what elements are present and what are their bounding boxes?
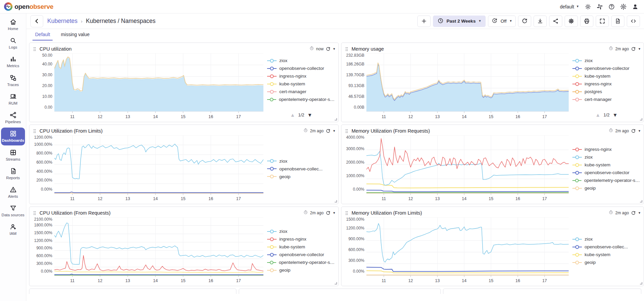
sidebar-item-metrics[interactable]: Metrics: [1, 53, 25, 71]
legend-next-button[interactable]: ▼: [613, 112, 618, 117]
legend-item[interactable]: kube-system: [572, 251, 641, 258]
legend-item[interactable]: opentelemetry-operator-sys...: [267, 95, 336, 103]
add-panel-button[interactable]: [417, 16, 431, 27]
panel-menu-caret[interactable]: ▼: [638, 212, 641, 215]
back-button[interactable]: [30, 15, 43, 27]
legend-item[interactable]: geoip: [572, 184, 641, 192]
panel-drag-handle[interactable]: [32, 47, 37, 52]
legend-item[interactable]: opentelemetry-operator-sys...: [572, 176, 641, 184]
legend-item[interactable]: ingress-nginx: [572, 80, 641, 88]
time-range-selector[interactable]: Past 2 Weeks ▼: [433, 16, 486, 27]
panel-drag-handle[interactable]: [32, 129, 37, 134]
tab-default[interactable]: Default: [30, 30, 55, 40]
chart-plot[interactable]: 11121314151617: [366, 217, 569, 284]
chart-canvas[interactable]: [366, 135, 569, 195]
legend-item[interactable]: openobserve-collector: [572, 64, 641, 72]
legend-item[interactable]: openobserve-collec...: [267, 165, 336, 173]
legend-item[interactable]: ziox: [267, 57, 336, 64]
panel-resize-handle[interactable]: [640, 200, 642, 202]
panel-drag-handle[interactable]: [344, 129, 349, 134]
sidebar-item-logs[interactable]: Logs: [1, 34, 25, 52]
chart-canvas[interactable]: [54, 135, 263, 195]
fullscreen-button[interactable]: [596, 16, 609, 27]
auto-refresh-selector[interactable]: Off ▼: [488, 16, 516, 27]
legend-next-button[interactable]: ▼: [307, 112, 312, 117]
legend-item[interactable]: openobserve-collector: [572, 169, 641, 176]
chart-plot[interactable]: 11121314151617: [366, 53, 569, 120]
legend-item[interactable]: ziox: [572, 235, 641, 243]
panel-refresh-button[interactable]: [326, 211, 331, 216]
panel-refresh-button[interactable]: [631, 129, 636, 134]
theme-toggle-button[interactable]: [585, 3, 591, 10]
sidebar-item-rum[interactable]: RUM: [1, 90, 25, 108]
chart-canvas[interactable]: [54, 217, 263, 277]
chart-canvas[interactable]: [54, 53, 263, 113]
sidebar-item-data-sources[interactable]: Data sources: [1, 202, 25, 220]
legend-item[interactable]: ziox: [267, 157, 336, 165]
legend-prev-button[interactable]: ▲: [595, 112, 600, 117]
sidebar-item-home[interactable]: Home: [1, 16, 25, 33]
legend-item[interactable]: ziox: [572, 153, 641, 161]
legend-prev-button[interactable]: ▲: [290, 112, 295, 117]
sidebar-item-pipelines[interactable]: Pipelines: [1, 109, 25, 127]
legend-item[interactable]: openobserve-collector: [267, 251, 336, 258]
legend-item[interactable]: kube-system: [267, 80, 336, 88]
profile-button[interactable]: [632, 3, 639, 10]
export-button[interactable]: [534, 16, 547, 27]
legend-item[interactable]: kube-system: [572, 161, 641, 169]
legend-item[interactable]: ingress-nginx: [267, 235, 336, 243]
export-json-button[interactable]: [611, 16, 624, 27]
print-button[interactable]: [580, 16, 593, 27]
panel-menu-caret[interactable]: ▼: [333, 48, 336, 51]
legend-item[interactable]: ingress-nginx: [267, 72, 336, 80]
sidebar-item-traces[interactable]: Traces: [1, 72, 25, 89]
legend-item[interactable]: ingress-nginx: [572, 145, 641, 153]
panel-refresh-button[interactable]: [631, 47, 636, 52]
legend-item[interactable]: kube-system: [267, 243, 336, 251]
sidebar-item-reports[interactable]: Reports: [1, 165, 25, 183]
legend-item[interactable]: geoip: [267, 173, 336, 181]
legend-item[interactable]: geoip: [572, 258, 641, 266]
panel-resize-handle[interactable]: [640, 282, 642, 284]
chart-canvas[interactable]: [366, 217, 569, 277]
refresh-button[interactable]: [518, 16, 531, 27]
legend-item[interactable]: ziox: [267, 227, 336, 235]
org-selector[interactable]: default ▼: [560, 4, 579, 9]
chart-plot[interactable]: 11121314151617: [54, 53, 263, 120]
query-inspector-button[interactable]: [627, 16, 640, 27]
sidebar-item-iam[interactable]: IAM: [1, 221, 25, 238]
legend-item[interactable]: opentelemetry-operator-sys...: [267, 258, 336, 266]
panel-drag-handle[interactable]: [344, 47, 349, 52]
panel-refresh-button[interactable]: [631, 211, 636, 216]
legend-item[interactable]: openobserve-collector: [267, 64, 336, 72]
panel-menu-caret[interactable]: ▼: [638, 48, 641, 51]
tab-missing-value[interactable]: missing value: [56, 30, 94, 40]
chart-canvas[interactable]: [366, 53, 569, 113]
legend-item[interactable]: openobserve-collec...: [572, 243, 641, 251]
panel-resize-handle[interactable]: [335, 200, 337, 202]
apps-button[interactable]: [596, 3, 603, 10]
help-button[interactable]: [608, 3, 615, 10]
panel-refresh-button[interactable]: [326, 47, 331, 52]
chart-plot[interactable]: 11121314151617: [54, 217, 263, 284]
panel-menu-caret[interactable]: ▼: [333, 212, 336, 215]
legend-item[interactable]: cert-manager: [267, 88, 336, 95]
app-logo[interactable]: openobserve: [4, 2, 53, 11]
legend-item[interactable]: ziox: [572, 57, 641, 64]
legend-item[interactable]: kube-system: [572, 72, 641, 80]
panel-menu-caret[interactable]: ▼: [333, 130, 336, 133]
panel-drag-handle[interactable]: [344, 211, 349, 216]
sidebar-item-alerts[interactable]: Alerts: [1, 184, 25, 201]
sidebar-item-streams[interactable]: Streams: [1, 146, 25, 164]
share-button[interactable]: [549, 16, 562, 27]
settings-button[interactable]: [620, 3, 627, 10]
panel-resize-handle[interactable]: [640, 118, 642, 120]
panel-resize-handle[interactable]: [335, 118, 337, 120]
chart-plot[interactable]: 11121314151617: [54, 135, 263, 202]
panel-resize-handle[interactable]: [335, 282, 337, 284]
chart-plot[interactable]: 11121314151617: [366, 135, 569, 202]
legend-item[interactable]: postgres: [572, 88, 641, 95]
panel-drag-handle[interactable]: [32, 211, 37, 216]
sidebar-item-dashboards[interactable]: Dashboards: [1, 128, 25, 145]
legend-item[interactable]: cert-manager: [572, 95, 641, 103]
